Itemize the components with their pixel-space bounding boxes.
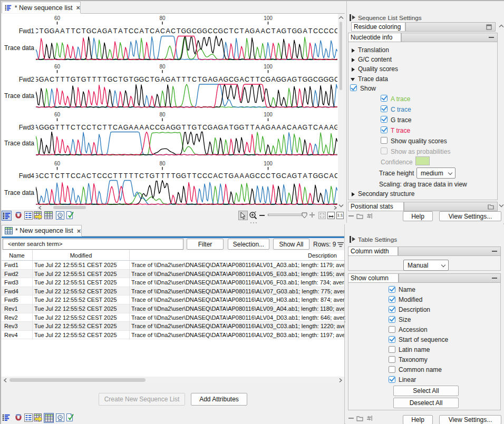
svg-text:100: 100	[264, 15, 273, 21]
svg-text:60: 60	[54, 161, 61, 166]
svg-text:Trace data: Trace data	[4, 189, 34, 196]
svg-text:100: 100	[264, 64, 273, 70]
svg-text:Fwd1: Fwd1	[19, 27, 35, 35]
svg-text:80: 80	[159, 15, 166, 21]
svg-text:Trace data: Trace data	[4, 44, 34, 52]
svg-text:Fwd2: Fwd2	[19, 76, 35, 83]
svg-text:AGGGTTTCTCCTCTTCAGAAAACCGAGGTT: AGGGTTTCTCCTCTTCAGAAAACCGAGGTTGTCGAGATGG…	[34, 124, 338, 131]
svg-text:Trace data: Trace data	[4, 140, 34, 147]
svg-text:80: 80	[159, 112, 166, 117]
svg-text:Trace data: Trace data	[4, 92, 34, 100]
svg-text:Fwd3: Fwd3	[19, 124, 35, 131]
svg-text:CTGGAATTCTGCAGATATCCATCACACTGG: CTGGAATTCTGCAGATATCCATCACACTGGCGGCCGCTCT…	[34, 27, 338, 35]
svg-text:100: 100	[264, 112, 273, 117]
svg-text:60: 60	[54, 15, 61, 21]
svg-text:GGACTTTGTGTTTTGCTGTGGCTGAGATTT: GGACTTTGTGTTTTGCTGTGGCTGAGATTTCTGAGAGCGA…	[34, 76, 338, 83]
svg-text:60: 60	[54, 112, 61, 117]
svg-text:GCCTCTTCCACTCCCTTTTTCTGTTTTGGT: GCCTCTTCCACTCCCTTTTTCTGTTTTGGTTCCCACTGAA…	[34, 172, 338, 180]
svg-text:80: 80	[159, 64, 166, 70]
svg-text:Fwd4: Fwd4	[19, 172, 35, 180]
svg-text:60: 60	[54, 64, 61, 70]
svg-text:100: 100	[264, 161, 273, 166]
svg-text:80: 80	[159, 161, 166, 166]
